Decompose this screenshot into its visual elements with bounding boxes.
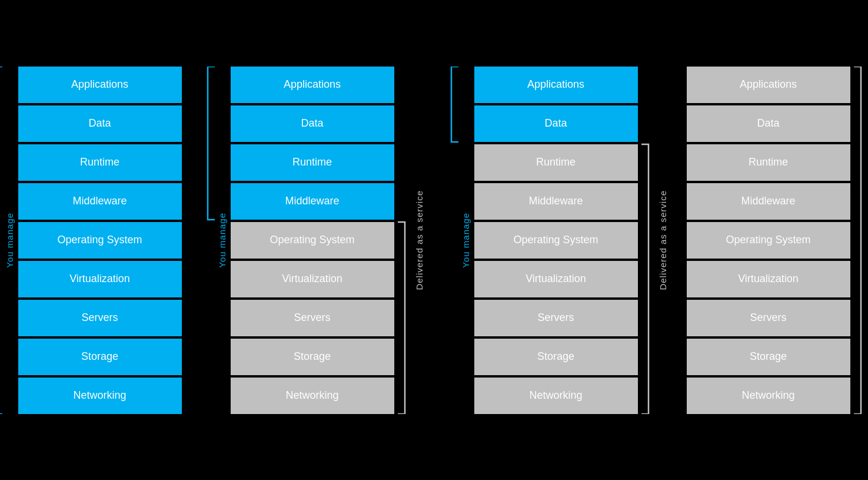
cell-iaas-3: Middleware	[231, 183, 394, 220]
left-bracket-area: You manage	[0, 67, 16, 414]
left-label-text: You manage	[5, 213, 15, 268]
cell-iaas-0: Applications	[231, 67, 394, 103]
cell-on-premises-4: Operating System	[18, 222, 182, 259]
cell-saas-5: Virtualization	[687, 261, 850, 297]
cell-saas-6: Servers	[687, 300, 850, 336]
right-bracket-svg	[853, 67, 869, 414]
cell-iaas-6: Servers	[231, 300, 394, 336]
cell-saas-1: Data	[687, 105, 850, 142]
left-label-text: You manage	[461, 213, 471, 268]
right-label-text: Delivered as a service	[658, 190, 668, 290]
stack-saas: ApplicationsDataRuntimeMiddlewareOperati…	[687, 67, 850, 414]
cell-paas-1: Data	[474, 105, 638, 142]
cell-on-premises-5: Virtualization	[18, 261, 182, 297]
cell-paas-2: Runtime	[474, 144, 638, 181]
right-bracket-area: Delivered as a service	[640, 67, 669, 414]
right-bracket-svg	[397, 67, 413, 414]
left-bracket-area: You manage	[199, 67, 228, 414]
column-saas: ApplicationsDataRuntimeMiddlewareOperati…	[687, 67, 869, 414]
cloud-services-diagram: You manageApplicationsDataRuntimeMiddlew…	[0, 43, 868, 438]
left-label-text: You manage	[217, 213, 227, 268]
cell-iaas-2: Runtime	[231, 144, 394, 181]
cell-on-premises-1: Data	[18, 105, 182, 142]
cell-paas-8: Networking	[474, 378, 638, 414]
left-bracket-area: You manage	[443, 67, 472, 414]
cell-paas-3: Middleware	[474, 183, 638, 220]
stack-paas: ApplicationsDataRuntimeMiddlewareOperati…	[474, 67, 638, 414]
column-paas: You manageApplicationsDataRuntimeMiddlew…	[443, 67, 669, 414]
cell-on-premises-7: Storage	[18, 339, 182, 375]
left-bracket-svg	[199, 67, 216, 414]
right-bracket-svg	[640, 67, 657, 414]
cell-paas-0: Applications	[474, 67, 638, 103]
cell-saas-7: Storage	[687, 339, 850, 375]
cell-saas-2: Runtime	[687, 144, 850, 181]
cell-saas-0: Applications	[687, 67, 850, 103]
cell-iaas-8: Networking	[231, 378, 394, 414]
cell-saas-4: Operating System	[687, 222, 850, 259]
stack-iaas: ApplicationsDataRuntimeMiddlewareOperati…	[231, 67, 394, 414]
left-bracket-svg	[0, 67, 4, 414]
cell-paas-4: Operating System	[474, 222, 638, 259]
cell-saas-8: Networking	[687, 378, 850, 414]
cell-on-premises-3: Middleware	[18, 183, 182, 220]
cell-on-premises-8: Networking	[18, 378, 182, 414]
cell-iaas-4: Operating System	[231, 222, 394, 259]
right-bracket-area: Delivered as a service	[397, 67, 425, 414]
cell-paas-5: Virtualization	[474, 261, 638, 297]
right-label-text: Delivered as a service	[414, 190, 424, 290]
right-bracket-area: Delivered as a service	[853, 67, 869, 414]
cell-on-premises-2: Runtime	[18, 144, 182, 181]
column-on-premises: You manageApplicationsDataRuntimeMiddlew…	[0, 67, 182, 414]
column-iaas: You manageApplicationsDataRuntimeMiddlew…	[199, 67, 425, 414]
stack-on-premises: ApplicationsDataRuntimeMiddlewareOperati…	[18, 67, 182, 414]
cell-on-premises-6: Servers	[18, 300, 182, 336]
cell-paas-6: Servers	[474, 300, 638, 336]
cell-iaas-7: Storage	[231, 339, 394, 375]
cell-iaas-5: Virtualization	[231, 261, 394, 297]
left-bracket-svg	[443, 67, 460, 414]
cell-saas-3: Middleware	[687, 183, 850, 220]
cell-paas-7: Storage	[474, 339, 638, 375]
cell-on-premises-0: Applications	[18, 67, 182, 103]
cell-iaas-1: Data	[231, 105, 394, 142]
